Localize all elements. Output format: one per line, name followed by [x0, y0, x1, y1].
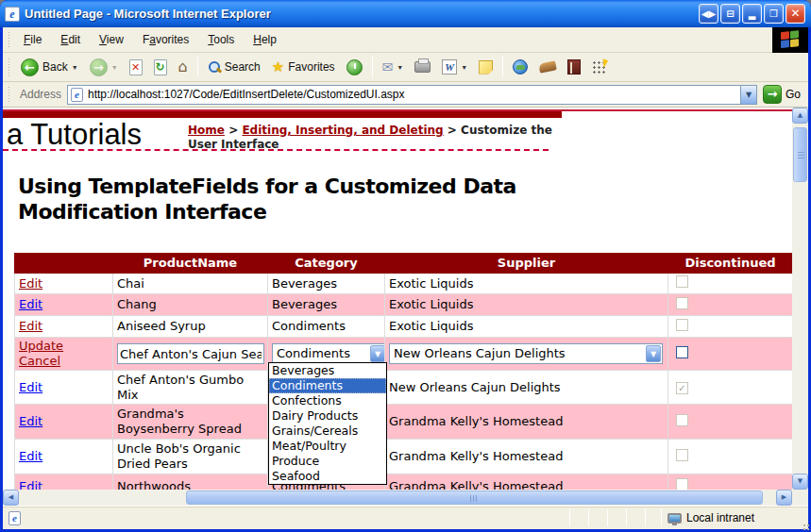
- address-bar: Address e http://localhost:1027/Code/Edi…: [3, 82, 808, 108]
- address-grip[interactable]: [8, 86, 10, 103]
- edit-with-word-button[interactable]: W ▼: [437, 58, 472, 76]
- research-button[interactable]: [508, 58, 532, 76]
- back-button[interactable]: ← Back ▼: [16, 57, 83, 78]
- menu-file[interactable]: File: [14, 33, 51, 46]
- menu-help[interactable]: Help: [244, 33, 286, 46]
- dropdown-option[interactable]: Produce: [269, 454, 386, 469]
- vertical-scrollbar[interactable]: ▲ ▼: [792, 108, 808, 490]
- category-cell: Condiments: [268, 316, 385, 338]
- address-label: Address: [20, 88, 61, 101]
- status-divider: [569, 509, 570, 526]
- table-row: EditAniseed SyrupCondimentsExotic Liquid…: [15, 316, 793, 338]
- supplier-cell: Grandma Kelly's Homestead: [385, 405, 668, 440]
- grid-header-cell: Discontinued: [668, 254, 793, 274]
- dropdown-option[interactable]: Meat/Poultry: [269, 439, 386, 454]
- dropdown-option[interactable]: Grains/Cereals: [269, 424, 386, 439]
- menu-favorites[interactable]: Favorites: [133, 33, 198, 46]
- scroll-down-icon[interactable]: ▼: [792, 474, 808, 490]
- menu-tools[interactable]: Tools: [198, 33, 244, 46]
- breadcrumb-section-link[interactable]: Editing, Inserting, and Deleting: [242, 124, 443, 137]
- messenger-button[interactable]: [587, 58, 611, 76]
- dropdown-option[interactable]: Beverages: [269, 363, 386, 378]
- update-link[interactable]: Update: [19, 339, 63, 353]
- product-name-input[interactable]: [117, 343, 264, 364]
- dropdown-option[interactable]: Dairy Products: [269, 408, 386, 424]
- supplier-cell: Grandma Kelly's Homestead: [385, 440, 668, 474]
- horizontal-scrollbar[interactable]: ◀ ▶: [3, 490, 792, 506]
- scroll-right-icon[interactable]: ▶: [776, 490, 792, 506]
- menu-view[interactable]: View: [90, 33, 133, 46]
- minimize-button[interactable]: ▬: [742, 4, 762, 24]
- product-name-cell: Aniseed Syrup: [113, 316, 268, 338]
- menu-edit[interactable]: Edit: [51, 33, 90, 46]
- status-divider: [645, 509, 646, 526]
- title-bar: e Untitled Page - Microsoft Internet Exp…: [0, 0, 811, 27]
- edit-link[interactable]: Edit: [19, 479, 42, 490]
- edit-link[interactable]: Edit: [19, 319, 42, 333]
- security-zone: Local intranet: [667, 507, 754, 529]
- breadcrumb-home-link[interactable]: Home: [188, 124, 225, 137]
- status-bar: e Local intranet: [3, 506, 808, 529]
- breadcrumb-separator: >: [448, 124, 457, 137]
- discontinued-checkbox[interactable]: [676, 346, 688, 358]
- menu-grip[interactable]: [8, 31, 10, 48]
- messenger-grid-icon: [592, 60, 606, 75]
- encyclopedia-button[interactable]: [563, 58, 585, 76]
- go-button[interactable]: → Go: [763, 85, 804, 104]
- edit-link[interactable]: Edit: [19, 414, 42, 428]
- toolbar-separator: [372, 57, 373, 77]
- refresh-button[interactable]: ↻: [149, 58, 172, 77]
- resize-grip[interactable]: [803, 524, 805, 526]
- status-page-icon: e: [8, 511, 21, 525]
- discuss-button[interactable]: [474, 58, 498, 76]
- forward-button[interactable]: → ▼: [85, 57, 123, 78]
- scroll-up-icon[interactable]: ▲: [792, 108, 808, 124]
- home-button[interactable]: ⌂: [174, 58, 193, 76]
- dropdown-option[interactable]: Confections: [269, 393, 386, 408]
- home-icon: ⌂: [178, 59, 188, 75]
- product-name-cell: Uncle Bob's Organic Dried Pears: [113, 440, 268, 474]
- table-row: EditChangBeveragesExotic Liquids: [15, 294, 793, 316]
- products-gridview: ProductNameCategorySupplierDiscontinued …: [14, 253, 792, 490]
- edit-link[interactable]: Edit: [19, 276, 42, 291]
- mail-button[interactable]: ✉ ▼: [378, 58, 409, 75]
- history-button[interactable]: [342, 58, 367, 77]
- address-input[interactable]: e http://localhost:1027/Code/EditInsertD…: [67, 85, 757, 105]
- supplier-select[interactable]: New Orleans Cajun Delights▼: [389, 343, 663, 364]
- windows-flag-icon: [781, 30, 800, 49]
- status-divider: [661, 509, 662, 526]
- back-label: Back: [42, 60, 68, 74]
- discontinued-checkbox: [676, 297, 688, 309]
- toolbar-grip[interactable]: [8, 58, 10, 77]
- grid-header-cell: Supplier: [385, 254, 668, 274]
- search-button[interactable]: Search: [203, 58, 265, 75]
- favorites-button[interactable]: ★ Favorites: [267, 58, 340, 76]
- address-dropdown-icon[interactable]: ▼: [740, 86, 756, 104]
- search-label: Search: [225, 60, 261, 74]
- supplier-cell: Exotic Liquids: [385, 316, 668, 338]
- horizontal-scroll-thumb[interactable]: [186, 490, 763, 505]
- cancel-link[interactable]: Cancel: [19, 354, 60, 368]
- dropdown-option[interactable]: Seafood: [269, 469, 386, 484]
- windows-logo-throbber: [772, 27, 808, 53]
- dropdown-option[interactable]: Condiments: [269, 378, 386, 393]
- edit-link[interactable]: Edit: [19, 297, 42, 311]
- back-dropdown-icon[interactable]: ▼: [72, 64, 78, 71]
- vertical-scroll-thumb[interactable]: [793, 127, 807, 182]
- print-button[interactable]: [410, 59, 435, 75]
- edit-dropdown-icon[interactable]: ▼: [461, 64, 467, 71]
- product-name-cell: Grandma's Boysenberry Spread: [113, 405, 268, 440]
- maximize-button[interactable]: ❒: [764, 4, 784, 24]
- scroll-left-icon[interactable]: ◀: [3, 490, 19, 506]
- pan-view-button[interactable]: ◀▶: [699, 4, 718, 24]
- edit-link[interactable]: Edit: [19, 449, 42, 463]
- addon-tool-button[interactable]: [534, 60, 561, 74]
- close-button[interactable]: ✕: [786, 4, 805, 24]
- category-select[interactable]: Condiments▼: [272, 343, 385, 364]
- browser-window: e Untitled Page - Microsoft Internet Exp…: [0, 0, 811, 532]
- stop-button[interactable]: ✕: [125, 58, 147, 77]
- edit-link[interactable]: Edit: [19, 380, 42, 394]
- shoe-icon: [538, 60, 557, 74]
- pop-out-button[interactable]: ⊟: [720, 4, 740, 24]
- mail-dropdown-icon[interactable]: ▼: [397, 64, 403, 71]
